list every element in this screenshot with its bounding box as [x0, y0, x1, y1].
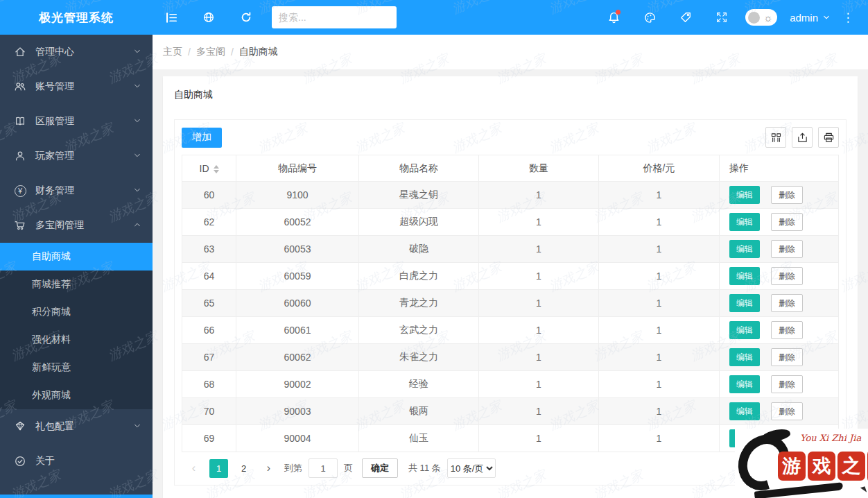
user-menu[interactable]: admin: [790, 12, 831, 24]
submenu-item-shop-recommend[interactable]: 商城推荐: [0, 271, 153, 298]
submenu-item-enhance-material[interactable]: 强化材料: [0, 326, 153, 354]
edit-button[interactable]: 编辑: [729, 213, 760, 231]
delete-button[interactable]: 删除: [771, 294, 803, 312]
cell-item-no: 60060: [236, 290, 359, 317]
next-page-button[interactable]: ›: [259, 459, 278, 478]
cell-actions: 编辑 删除: [720, 317, 839, 344]
cell-item-no: 60061: [236, 317, 359, 344]
notifications-bell-icon[interactable]: [596, 0, 632, 35]
theme-toggle[interactable]: ☼: [745, 9, 777, 26]
player-icon: [14, 150, 26, 162]
edit-button[interactable]: 编辑: [729, 402, 760, 420]
table-row: 64 60059 白虎之力 1 1 编辑 删除: [182, 263, 839, 290]
cell-id: 69: [182, 425, 236, 452]
cell-qty: 1: [479, 182, 599, 209]
delete-button[interactable]: 删除: [771, 348, 803, 366]
submenu-item-label: 新鲜玩意: [32, 361, 71, 374]
cell-actions: 编辑 删除: [720, 263, 839, 290]
globe-icon[interactable]: [190, 0, 227, 35]
edit-button[interactable]: 编辑: [729, 294, 760, 312]
breadcrumb-treasure[interactable]: 多宝阁: [196, 46, 225, 58]
sun-icon: ☼: [763, 12, 773, 23]
goto-page-input[interactable]: [309, 458, 338, 478]
page-button-1[interactable]: 1: [209, 459, 228, 478]
cell-name: 超级闪现: [359, 209, 479, 236]
breadcrumb: 主页 / 多宝阁 / 自助商城: [153, 35, 868, 69]
edit-button[interactable]: 编辑: [729, 375, 760, 393]
sidebar-item-label: 管理中心: [35, 46, 74, 58]
filter-columns-button[interactable]: [765, 127, 786, 148]
submenu-item-self-shop[interactable]: 自助商城: [0, 243, 153, 271]
page-size-select[interactable]: 10 条/页: [447, 458, 496, 478]
cell-name: 青龙之力: [359, 290, 479, 317]
cell-actions: 编辑 删除: [720, 290, 839, 317]
prev-page-button[interactable]: ‹: [184, 459, 203, 478]
delete-button[interactable]: 删除: [771, 402, 803, 420]
cell-qty: 1: [479, 290, 599, 317]
chevron-down-icon: [822, 13, 831, 22]
column-header-id[interactable]: ID: [182, 155, 236, 182]
fullscreen-icon[interactable]: [704, 0, 740, 35]
sidebar-item-players[interactable]: 玩家管理: [0, 139, 153, 173]
edit-button[interactable]: 编辑: [729, 348, 760, 366]
delete-button[interactable]: 删除: [771, 213, 803, 231]
columns-icon: [770, 132, 782, 144]
column-header-price: 价格/元: [599, 155, 720, 182]
breadcrumb-home[interactable]: 主页: [163, 46, 182, 58]
refresh-icon[interactable]: [227, 0, 265, 35]
delete-button[interactable]: 删除: [771, 267, 803, 285]
cell-item-no: 60062: [236, 344, 359, 371]
sidebar-item-about[interactable]: 关于: [0, 444, 153, 479]
sort-icon[interactable]: [214, 165, 219, 173]
cell-item-no: 60059: [236, 263, 359, 290]
more-options-icon[interactable]: ⋮: [837, 10, 858, 25]
users-icon: [14, 80, 26, 93]
table-body: 60 9100 星魂之钥 1 1 编辑 删除 62: [182, 182, 839, 452]
page-button-2[interactable]: 2: [234, 459, 253, 478]
sidebar-item-admin-center[interactable]: 管理中心: [0, 35, 153, 69]
sidebar-item-label: 礼包配置: [35, 420, 74, 433]
delete-button[interactable]: 删除: [771, 375, 803, 393]
chevron-down-icon: [133, 421, 141, 432]
home-icon: [14, 46, 26, 58]
sidebar-item-accounts[interactable]: 账号管理: [0, 69, 153, 104]
cell-price: 1: [599, 209, 720, 236]
sidebar-item-finance[interactable]: ¥ 财务管理: [0, 173, 153, 208]
cell-price: 1: [599, 236, 720, 263]
collapse-menu-icon[interactable]: [153, 0, 190, 35]
cell-name: 朱雀之力: [359, 344, 479, 371]
breadcrumb-current: 自助商城: [239, 46, 278, 58]
sidebar-item-servers[interactable]: 区服管理: [0, 104, 153, 139]
cell-item-no: 60052: [236, 209, 359, 236]
delete-button[interactable]: 删除: [771, 186, 803, 204]
search-input[interactable]: [272, 6, 397, 28]
edit-button[interactable]: 编辑: [729, 321, 760, 339]
goto-confirm-button[interactable]: 确定: [362, 458, 398, 478]
edit-button[interactable]: 编辑: [729, 240, 760, 258]
delete-button[interactable]: 删除: [771, 240, 803, 258]
submenu-item-new-fun[interactable]: 新鲜玩意: [0, 354, 153, 381]
site-logo-watermark: You Xi Zhi Jia 游 戏 之 家: [735, 429, 868, 498]
cell-actions: 编辑 删除: [720, 371, 839, 398]
print-button[interactable]: [818, 127, 839, 148]
edit-button[interactable]: 编辑: [729, 267, 760, 285]
cell-id: 65: [182, 290, 236, 317]
sidebar-item-label: 财务管理: [35, 184, 74, 197]
edit-button[interactable]: 编辑: [729, 186, 760, 204]
theme-palette-icon[interactable]: [632, 0, 668, 35]
cell-name: 经验: [359, 371, 479, 398]
sidebar-item-giftpack[interactable]: 礼包配置: [0, 409, 153, 444]
chevron-down-icon: [133, 116, 141, 127]
submenu-item-appearance-shop[interactable]: 外观商城: [0, 381, 153, 409]
cell-name: 破隐: [359, 236, 479, 263]
submenu-item-label: 积分商城: [32, 306, 71, 318]
cell-qty: 1: [479, 317, 599, 344]
cell-item-no: 90004: [236, 425, 359, 452]
export-button[interactable]: [792, 127, 813, 148]
column-header-item-no: 物品编号: [236, 155, 359, 182]
tag-icon[interactable]: [668, 0, 704, 35]
sidebar-item-treasure[interactable]: 多宝阁管理: [0, 208, 153, 243]
add-button[interactable]: 增加: [182, 128, 222, 148]
submenu-item-points-shop[interactable]: 积分商城: [0, 298, 153, 326]
delete-button[interactable]: 删除: [771, 321, 803, 339]
